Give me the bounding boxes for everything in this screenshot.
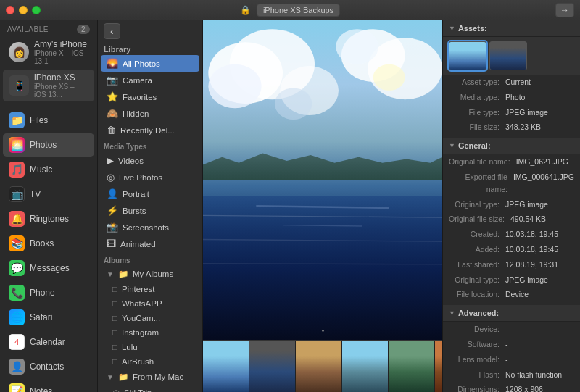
thumbnail-2[interactable] [249, 341, 296, 392]
advanced-label: Advanced: [458, 309, 499, 317]
advanced-info-row: Device:- [443, 322, 580, 337]
file-item-portrait[interactable]: 👤 Portrait [101, 185, 199, 202]
files-label: Files [30, 115, 48, 125]
sidebar-item-phone[interactable]: 📞 Phone [3, 281, 94, 304]
file-item-favorites[interactable]: ⭐ Favorites [101, 88, 199, 105]
notes-icon: 📝 [9, 383, 25, 392]
general-header[interactable]: ▼ General: [443, 138, 580, 154]
sidebar-item-tv[interactable]: 📺 TV [3, 183, 94, 206]
preview-thumb-current[interactable] [449, 41, 486, 70]
file-item-my-albums-expand[interactable]: ▼ 📁 My Albums [101, 266, 199, 282]
main-container: AVAILABLE 2 👩 Amy's iPhone iPhone X – iO… [0, 20, 580, 392]
screenshots-label: Screenshots [123, 223, 169, 232]
advanced-info-row: Dimensions:1208 x 906 [443, 382, 580, 392]
lulu-check-icon: □ [112, 343, 117, 351]
advanced-row-label: Lens model: [449, 354, 500, 366]
recently-deleted-label: Recently Del... [120, 126, 175, 135]
phone-label: Phone [30, 288, 55, 298]
left-sidebar: AVAILABLE 2 👩 Amy's iPhone iPhone X – iO… [0, 20, 98, 392]
file-item-bursts[interactable]: ⚡ Bursts [101, 202, 199, 219]
file-type-value: JPEG image [505, 107, 574, 119]
file-item-live-photos[interactable]: ◎ Live Photos [101, 169, 199, 185]
sidebar-item-amys-iphone[interactable]: 👩 Amy's iPhone iPhone X – iOS 13.1 [3, 36, 94, 68]
thumbnail-1[interactable] [203, 341, 249, 392]
thumbnail-6[interactable] [435, 341, 442, 392]
content-area: ˅ [203, 20, 442, 392]
maximize-button[interactable] [32, 6, 41, 14]
file-item-whatsapp[interactable]: □ WhatsAPP [101, 296, 199, 311]
file-item-camera[interactable]: 📷 Camera [101, 72, 199, 88]
preview-thumb-original[interactable] [489, 41, 527, 70]
back-button[interactable]: ‹ [104, 23, 120, 39]
general-row-label: Created: [449, 228, 500, 241]
assets-header[interactable]: ▼ Assets: [443, 20, 580, 37]
file-item-hidden[interactable]: 🙈 Hidden [101, 105, 199, 122]
general-info-row: Original file name:IMG_0621.JPG [443, 154, 580, 170]
sidebar-item-music[interactable]: 🎵 Music [3, 158, 94, 181]
minimize-button[interactable] [19, 6, 28, 14]
general-info-row: Original type:JPEG image [443, 197, 580, 212]
from-mac-arrow-icon: ▼ [107, 373, 114, 381]
sidebar-item-contacts[interactable]: 👤 Contacts [3, 355, 94, 378]
thumbnail-4[interactable] [342, 341, 389, 392]
sidebar-item-iphone-xs[interactable]: 📱 iPhone XS iPhone XS – iOS 13... [3, 70, 94, 101]
books-label: Books [30, 238, 54, 249]
sidebar-item-safari[interactable]: 🌐 Safari [3, 306, 94, 329]
photos-icon: 🌅 [9, 137, 25, 153]
safari-label: Safari [30, 312, 52, 322]
sidebar-item-photos[interactable]: 🌅 Photos [3, 133, 94, 157]
file-item-from-mac-expand[interactable]: ▼ 📁 From My Mac [101, 369, 199, 385]
albums-label: Albums [98, 252, 202, 266]
sidebar-item-calendar[interactable]: 4 Calendar [3, 330, 94, 354]
file-item-recently-deleted[interactable]: 🗑 Recently Del... [101, 122, 199, 138]
file-type-row: File type: JPEG image [443, 105, 580, 120]
asset-type-value: Current [505, 76, 574, 88]
file-item-all-photos[interactable]: 🌄 All Photos [101, 55, 199, 72]
messages-icon: 💬 [9, 260, 25, 276]
sidebar-item-notes[interactable]: 📝 Notes [3, 380, 94, 392]
favorites-label: Favorites [123, 93, 157, 101]
hidden-label: Hidden [123, 109, 149, 118]
advanced-row-label: Flash: [449, 369, 500, 381]
general-info-row: Exported file name:IMG_000641.JPG [443, 170, 580, 197]
sidebar-item-books[interactable]: 📚 Books [3, 232, 94, 255]
calendar-icon: 4 [9, 334, 25, 350]
sidebar-item-messages[interactable]: 💬 Messages [3, 257, 94, 280]
file-item-airbrush[interactable]: □ AirBrush [101, 354, 199, 369]
file-item-lulu[interactable]: □ Lulu [101, 340, 199, 354]
close-button[interactable] [6, 6, 14, 14]
file-item-youcam[interactable]: □ YouCam... [101, 311, 199, 325]
expand-button[interactable]: ↔ [555, 3, 574, 17]
sidebar-item-ringtones[interactable]: 🔔 Ringtones [3, 207, 94, 230]
general-arrow-icon: ▼ [449, 142, 455, 149]
file-size-value: 348.23 KB [505, 121, 574, 133]
sidebar-item-files[interactable]: 📁 Files [3, 109, 94, 132]
file-item-instagram[interactable]: □ Instagram [101, 325, 199, 340]
advanced-header[interactable]: ▼ Advanced: [443, 305, 580, 322]
thumbnail-5[interactable] [389, 341, 435, 392]
screenshots-icon: 📸 [107, 222, 118, 233]
animated-label: Animated [120, 240, 156, 249]
advanced-info-row: Lens model:- [443, 352, 580, 367]
file-item-screenshots[interactable]: 📸 Screenshots [101, 219, 199, 235]
general-row-value: IMG_0621.JPG [516, 156, 574, 168]
messages-label: Messages [30, 263, 70, 273]
file-item-pinterest[interactable]: □ Pinterest [101, 282, 199, 296]
general-row-value: 490.54 KB [510, 213, 574, 225]
instagram-check-icon: □ [112, 328, 117, 337]
thumbnail-3[interactable] [296, 341, 342, 392]
general-row-value: 10.03.18, 19:45 [505, 228, 574, 241]
general-row-value: Device [505, 288, 574, 301]
file-item-animated[interactable]: 🎞 Animated [101, 235, 199, 252]
calendar-label: Calendar [30, 337, 65, 347]
file-item-ski-trip[interactable]: ◎ Ski Trip [101, 385, 199, 392]
media-type-label: Media type: [449, 91, 500, 104]
file-item-videos[interactable]: ▶ Videos [101, 152, 199, 169]
advanced-row-label: Software: [449, 338, 500, 351]
media-type-value: Photo [505, 91, 574, 104]
photos-label: Photos [30, 140, 57, 150]
general-row-label: Exported file name: [449, 171, 508, 196]
lulu-label: Lulu [122, 343, 138, 351]
instagram-label: Instagram [122, 328, 159, 337]
files-icon: 📁 [9, 112, 25, 128]
